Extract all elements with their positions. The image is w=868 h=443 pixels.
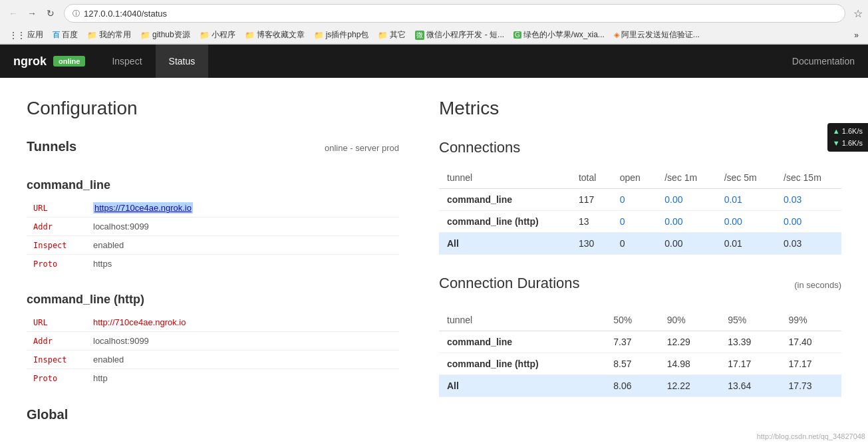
folder-icon: 📁	[378, 31, 388, 40]
field-label: Proto	[27, 255, 86, 273]
bookmark-baidu[interactable]: 百 百度	[49, 28, 82, 42]
folder-icon: 📁	[245, 31, 255, 40]
tunnel-card-2: command_line (http) URL http://710ce4ae.…	[27, 293, 399, 387]
apps-grid-icon: ⋮⋮	[9, 31, 25, 40]
p90-cell: 12.29	[659, 331, 720, 353]
more-bookmarks[interactable]: »	[850, 29, 863, 41]
configuration-title: Configuration	[27, 98, 399, 119]
navbar-brand: ngrok online	[0, 45, 98, 78]
bookmark-folder-2[interactable]: 📁 github资源	[136, 28, 194, 42]
url-text: 127.0.0.1:4040/status	[84, 9, 167, 19]
folder-icon: 📁	[140, 31, 150, 40]
sec1m-cell: 0.00	[656, 233, 716, 255]
connections-table: tunnel total open /sec 1m /sec 5m /sec 1…	[439, 167, 841, 255]
field-value: localhost:9099	[86, 218, 399, 236]
sec5m-cell: 0.01	[716, 189, 776, 211]
address-bar[interactable]: ⓘ 127.0.0.1:4040/status	[64, 4, 845, 23]
field-value: enabled	[86, 351, 399, 369]
durations-title: Connection Durations	[439, 275, 580, 292]
table-header-row: tunnel total open /sec 1m /sec 5m /sec 1…	[439, 167, 841, 189]
field-label: Proto	[27, 369, 86, 388]
total-cell: 13	[571, 211, 612, 233]
field-value: http://710ce4ae.ngrok.io	[86, 313, 399, 332]
open-cell: 0	[612, 233, 657, 255]
table-row: All 8.06 12.22 13.64 17.73	[439, 375, 841, 397]
navbar-status[interactable]: Status	[156, 45, 209, 78]
metrics-title: Metrics	[439, 98, 841, 119]
folder-icon: 📁	[87, 31, 97, 40]
table-row: Proto https	[27, 255, 399, 273]
url-link-http: http://710ce4ae.ngrok.io	[93, 317, 186, 327]
bookmark-folder-4[interactable]: 📁 博客收藏文章	[241, 28, 309, 42]
connections-title: Connections	[439, 139, 841, 156]
bookmark-green-apple[interactable]: G 绿色的小苹果/wx_xia...	[509, 28, 609, 42]
p95-cell: 13.64	[720, 375, 780, 397]
bookmark-aliyun[interactable]: ◈ 阿里云发送短信验证...	[610, 28, 704, 42]
speed-up: ▲ 1.6K/s	[833, 126, 863, 138]
global-section-title: Global	[27, 407, 399, 422]
connections-section: Connections tunnel total open /sec 1m /s…	[439, 139, 841, 255]
tunnels-status: online - server prod	[325, 143, 399, 153]
p90-cell: 14.98	[659, 353, 720, 375]
field-label: URL	[27, 199, 86, 218]
field-value: https	[86, 255, 399, 273]
durations-section: Connection Durations (in seconds) tunnel…	[439, 275, 841, 397]
tunnel-name-2: command_line (http)	[27, 293, 399, 307]
tunnel-name-1: command_line	[27, 178, 399, 192]
col-open: open	[612, 167, 657, 189]
left-panel: Configuration Tunnels online - server pr…	[27, 98, 399, 433]
bookmark-apps[interactable]: ⋮⋮ 应用	[5, 28, 47, 42]
navbar-inspect[interactable]: Inspect	[98, 45, 155, 78]
sec15m-cell: 0.03	[776, 233, 841, 255]
field-label: Addr	[27, 332, 86, 351]
tunnel-name-cell: command_line (http)	[439, 353, 605, 375]
table-row: Addr localhost:9099	[27, 218, 399, 236]
tunnel-name-cell: command_line	[439, 189, 571, 211]
field-label: Inspect	[27, 351, 86, 369]
sec15m-cell: 0.00	[776, 211, 841, 233]
tunnels-section-title: Tunnels	[27, 139, 76, 154]
col-p90: 90%	[659, 309, 720, 331]
table-row: Proto http	[27, 369, 399, 388]
col-total: total	[571, 167, 612, 189]
bookmark-folder-6[interactable]: 📁 其它	[374, 28, 410, 42]
app-navbar: ngrok online Inspect Status Documentatio…	[0, 45, 868, 78]
col-p50: 50%	[605, 309, 659, 331]
url-link[interactable]: https://710ce4ae.ngrok.io	[93, 202, 193, 214]
bookmark-folder-1[interactable]: 📁 我的常用	[83, 28, 135, 42]
table-row: Inspect enabled	[27, 351, 399, 369]
tunnel-table-1: URL https://710ce4ae.ngrok.io Addr local…	[27, 199, 399, 273]
table-row: URL http://710ce4ae.ngrok.io	[27, 313, 399, 332]
table-row: Inspect enabled	[27, 236, 399, 255]
forward-button[interactable]: →	[24, 5, 40, 21]
browser-toolbar: ← → ↻ ⓘ 127.0.0.1:4040/status ☆	[0, 0, 868, 27]
documentation-link[interactable]: Documentation	[792, 56, 855, 67]
bookmark-wechat[interactable]: 微 微信小程序开发 - 短...	[411, 28, 508, 42]
p50-cell: 8.57	[605, 353, 659, 375]
table-row: command_line 7.37 12.29 13.39 17.40	[439, 331, 841, 353]
bookmark-star-icon[interactable]: ☆	[853, 7, 863, 20]
tunnel-card-1: command_line URL https://710ce4ae.ngrok.…	[27, 178, 399, 273]
p99-cell: 17.17	[781, 353, 841, 375]
tunnel-name-cell: All	[439, 233, 571, 255]
bookmark-folder-3[interactable]: 📁 小程序	[196, 28, 239, 42]
back-button[interactable]: ←	[5, 5, 21, 21]
sec5m-cell: 0.00	[716, 211, 776, 233]
folder-icon: 📁	[314, 31, 324, 40]
sec1m-cell: 0.00	[656, 189, 716, 211]
bookmark-folder-5[interactable]: 📁 js插件php包	[310, 28, 373, 42]
open-cell: 0	[612, 189, 657, 211]
tunnel-name-cell: command_line (http)	[439, 211, 571, 233]
table-row: All 130 0 0.00 0.01 0.03	[439, 233, 841, 255]
right-panel: Metrics Connections tunnel total open /s…	[439, 98, 841, 433]
sec1m-cell: 0.00	[656, 211, 716, 233]
table-row: command_line (http) 8.57 14.98 17.17 17.…	[439, 353, 841, 375]
baidu-icon: 百	[53, 30, 60, 40]
table-row: command_line (http) 13 0 0.00 0.00 0.00	[439, 211, 841, 233]
p99-cell: 17.40	[781, 331, 841, 353]
navbar-right: Documentation	[779, 45, 868, 78]
table-row: Addr localhost:9099	[27, 332, 399, 351]
tunnel-name-cell: All	[439, 375, 605, 397]
refresh-button[interactable]: ↻	[43, 5, 59, 21]
col-sec5m: /sec 5m	[716, 167, 776, 189]
